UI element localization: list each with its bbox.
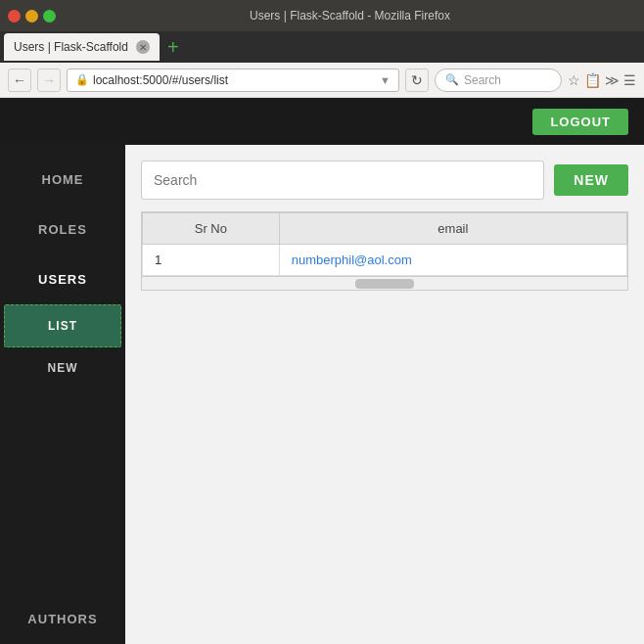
tabbar: Users | Flask-Scaffold ✕ + <box>0 31 644 63</box>
tab-label: Users | Flask-Scaffold <box>14 40 128 54</box>
search-input[interactable] <box>141 161 544 200</box>
main-content: NEW Sr No email 1 numberphil@aol.com <box>125 145 644 644</box>
url-text: localhost:5000/#/users/list <box>93 73 228 87</box>
new-tab-button[interactable]: + <box>167 36 179 59</box>
nav-icons: ☆ 📋 ≫ ☰ <box>568 72 636 88</box>
main-layout: HOME ROLES USERS LIST NEW AUTHORS NEW Sr… <box>0 145 644 644</box>
more-icon[interactable]: ≫ <box>605 72 620 88</box>
back-button[interactable]: ← <box>8 69 31 92</box>
new-button[interactable]: NEW <box>554 164 628 196</box>
logout-button[interactable]: LOGOUT <box>532 109 628 135</box>
bookmark-icon[interactable]: ☆ <box>568 72 580 88</box>
top-bar: NEW <box>141 161 628 200</box>
table-horizontal-scrollbar[interactable] <box>142 276 627 290</box>
table-header-row: Sr No email <box>143 213 627 245</box>
sidebar: HOME ROLES USERS LIST NEW AUTHORS <box>0 145 125 644</box>
minimize-window-button[interactable] <box>25 10 38 23</box>
cell-sr-no: 1 <box>143 245 280 276</box>
reload-button[interactable]: ↻ <box>405 69 429 92</box>
table-row[interactable]: 1 numberphil@aol.com <box>143 245 627 276</box>
tab-close-button[interactable]: ✕ <box>136 40 150 54</box>
col-header-email: email <box>279 213 626 245</box>
browser-search-placeholder: Search <box>464 73 501 87</box>
cell-email[interactable]: numberphil@aol.com <box>279 245 626 276</box>
table-wrapper: Sr No email 1 numberphil@aol.com <box>141 211 628 291</box>
close-window-button[interactable] <box>8 10 21 23</box>
window-title: Users | Flask-Scaffold - Mozilla Firefox <box>64 9 636 23</box>
scrollbar-thumb[interactable] <box>355 279 414 289</box>
sidebar-item-users[interactable]: USERS <box>0 254 125 304</box>
sidebar-item-authors[interactable]: AUTHORS <box>0 594 125 644</box>
navbar: ← → 🔒 localhost:5000/#/users/list ▼ ↻ 🔍 … <box>0 63 644 98</box>
sidebar-subitem-list[interactable]: LIST <box>4 304 121 347</box>
forward-button[interactable]: → <box>37 69 61 92</box>
app-header: LOGOUT <box>0 98 644 145</box>
maximize-window-button[interactable] <box>43 10 56 23</box>
users-table: Sr No email 1 numberphil@aol.com <box>142 212 627 276</box>
address-bar[interactable]: 🔒 localhost:5000/#/users/list ▼ <box>67 69 399 92</box>
titlebar: Users | Flask-Scaffold - Mozilla Firefox <box>0 0 644 31</box>
menu-icon[interactable]: ☰ <box>623 72 636 88</box>
sidebar-item-roles[interactable]: ROLES <box>0 205 125 254</box>
col-header-sr-no: Sr No <box>143 213 280 245</box>
window-controls <box>8 10 56 23</box>
sidebar-item-home[interactable]: HOME <box>0 155 125 205</box>
bookmark-manager-icon[interactable]: 📋 <box>584 72 601 88</box>
sidebar-subitem-new[interactable]: NEW <box>0 347 125 389</box>
browser-tab[interactable]: Users | Flask-Scaffold ✕ <box>4 33 160 61</box>
browser-search-bar[interactable]: 🔍 Search <box>435 69 562 92</box>
search-icon: 🔍 <box>445 73 459 86</box>
